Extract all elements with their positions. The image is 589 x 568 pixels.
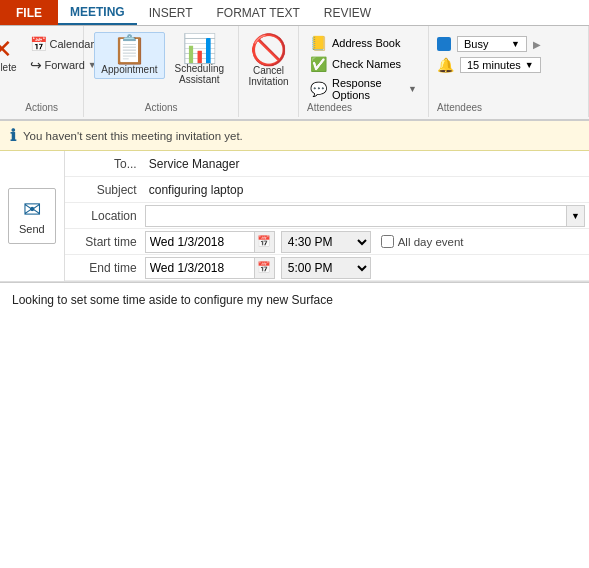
to-row: To... (65, 151, 589, 177)
cancel-icon: 🚫 (250, 35, 287, 65)
check-names-icon: ✅ (310, 56, 327, 72)
reminder-dropdown[interactable]: 15 minutes ▼ (460, 57, 541, 73)
end-time-label: End time (65, 261, 145, 275)
response-dropdown-icon[interactable]: ▼ (408, 84, 417, 94)
busy-chevron-icon: ▼ (511, 39, 520, 49)
busy-status-dropdown[interactable]: Busy ▼ (457, 36, 527, 52)
appointment-button[interactable]: 📋 Appointment (94, 32, 164, 79)
address-book-icon: 📒 (310, 35, 327, 51)
all-day-checkbox[interactable] (381, 235, 394, 248)
body-text: Looking to set some time aside to config… (12, 293, 333, 307)
actions-group-label: Actions (25, 102, 58, 113)
appointment-icon: 📋 (112, 36, 147, 64)
info-bar: ℹ You haven't sent this meeting invitati… (0, 121, 589, 151)
response-options-icon: 💬 (310, 81, 327, 97)
delete-button[interactable]: ✕ Delete (0, 34, 21, 75)
end-time-select[interactable]: 5:00 PM 5:30 PM 6:00 PM (281, 257, 371, 279)
check-names-button[interactable]: ✅ Check Names (307, 55, 420, 73)
tab-file[interactable]: FILE (0, 0, 58, 25)
location-input[interactable] (145, 205, 567, 227)
fields-area: To... Subject Location ▼ Start time (65, 151, 589, 281)
location-label: Location (65, 209, 145, 223)
show-group-label: Actions (145, 102, 178, 113)
send-icon: ✉ (23, 197, 41, 223)
reminder-chevron-icon: ▼ (525, 60, 534, 70)
subject-input[interactable] (145, 181, 589, 199)
end-date-input[interactable] (145, 257, 255, 279)
form-section: ✉ Send To... Subject Location (0, 151, 589, 281)
send-button[interactable]: ✉ Send (8, 188, 56, 244)
tab-format-text[interactable]: FORMAT TEXT (204, 0, 311, 25)
scheduling-assistant-button[interactable]: 📊 Scheduling Assistant (171, 32, 228, 88)
busy-indicator-icon (437, 37, 451, 51)
cancel-invitation-button[interactable]: 🚫 Cancel Invitation (244, 32, 292, 90)
info-message: You haven't sent this meeting invitation… (23, 130, 243, 142)
start-date-picker-button[interactable]: 📅 (255, 231, 275, 253)
all-day-label[interactable]: All day event (398, 236, 464, 248)
reminder-bell-icon: 🔔 (437, 57, 454, 73)
tab-review[interactable]: REVIEW (312, 0, 383, 25)
calendar-icon: 📅 (30, 36, 47, 52)
form-area: ✉ Send To... Subject Location (0, 151, 589, 282)
end-date-picker-button[interactable]: 📅 (255, 257, 275, 279)
scheduling-icon: 📊 (182, 35, 217, 63)
to-input[interactable] (145, 155, 589, 173)
to-label[interactable]: To... (65, 157, 145, 171)
tab-insert[interactable]: INSERT (137, 0, 205, 25)
start-date-input[interactable] (145, 231, 255, 253)
tab-meeting[interactable]: MEETING (58, 0, 137, 25)
start-time-label: Start time (65, 235, 145, 249)
end-time-row: End time 📅 5:00 PM 5:30 PM 6:00 PM (65, 255, 589, 281)
start-time-select[interactable]: 4:00 PM 4:30 PM 5:00 PM (281, 231, 371, 253)
info-icon: ℹ (10, 126, 16, 145)
subject-row: Subject (65, 177, 589, 203)
attendees-group-label: Attendees (307, 102, 420, 113)
send-area: ✉ Send (0, 151, 65, 281)
forward-icon: ↪ (30, 57, 42, 73)
response-options-button[interactable]: 💬 Response Options ▼ (307, 76, 420, 102)
location-row: Location ▼ (65, 203, 589, 229)
email-body-area[interactable]: Looking to set some time aside to config… (0, 282, 589, 482)
address-book-button[interactable]: 📒 Address Book (307, 34, 420, 52)
subject-label: Subject (65, 183, 145, 197)
options-group-label: Attendees (437, 102, 580, 113)
start-time-row: Start time 📅 4:00 PM 4:30 PM 5:00 PM All… (65, 229, 589, 255)
location-dropdown-button[interactable]: ▼ (567, 205, 585, 227)
ribbon-scroll-right[interactable]: ▶ (533, 39, 541, 50)
